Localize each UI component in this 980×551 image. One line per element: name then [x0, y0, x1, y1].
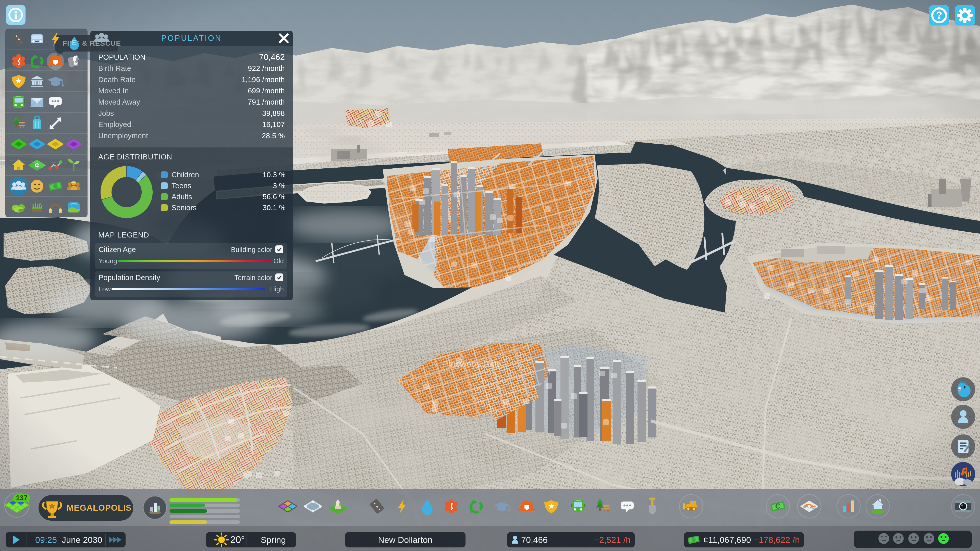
- svg-text:E: E: [72, 38, 76, 47]
- svg-text:¢: ¢: [35, 161, 39, 169]
- svg-text:?: ?: [936, 10, 942, 21]
- svg-text:¢: ¢: [775, 501, 780, 511]
